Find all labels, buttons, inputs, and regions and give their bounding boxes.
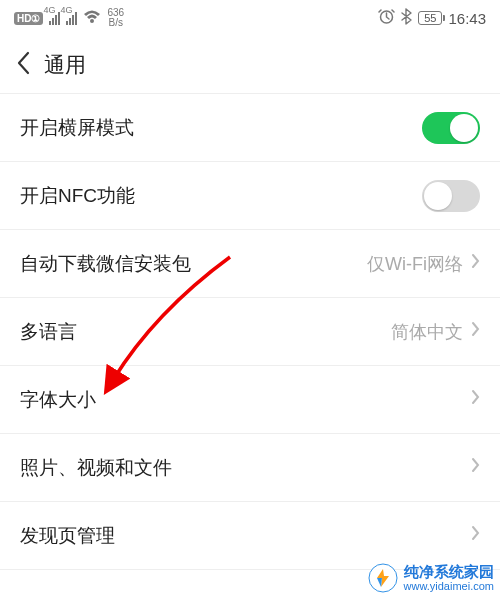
clock-time: 16:43 bbox=[448, 10, 486, 27]
chevron-right-icon bbox=[471, 389, 480, 410]
network-rate: 636 B/s bbox=[107, 8, 124, 28]
row-discover-management[interactable]: 发现页管理 bbox=[0, 502, 500, 570]
bluetooth-icon bbox=[401, 8, 412, 28]
signal-1: 4G bbox=[49, 12, 60, 25]
row-language[interactable]: 多语言 简体中文 bbox=[0, 298, 500, 366]
landscape-toggle[interactable] bbox=[422, 112, 480, 144]
chevron-right-icon bbox=[471, 525, 480, 546]
row-nfc[interactable]: 开启NFC功能 bbox=[0, 162, 500, 230]
watermark: 纯净系统家园 www.yidaimei.com bbox=[368, 563, 494, 593]
page-title: 通用 bbox=[44, 51, 86, 79]
watermark-logo-icon bbox=[368, 563, 398, 593]
row-label: 照片、视频和文件 bbox=[20, 455, 172, 481]
row-value: 仅Wi-Fi网络 bbox=[367, 252, 463, 276]
page-header: 通用 bbox=[0, 36, 500, 94]
status-right: 55 16:43 bbox=[378, 8, 486, 28]
row-value: 简体中文 bbox=[391, 320, 463, 344]
row-autodownload[interactable]: 自动下载微信安装包 仅Wi-Fi网络 bbox=[0, 230, 500, 298]
row-media-files[interactable]: 照片、视频和文件 bbox=[0, 434, 500, 502]
back-button[interactable] bbox=[16, 51, 30, 79]
chevron-right-icon bbox=[471, 457, 480, 478]
signal-label: 4G bbox=[43, 5, 55, 15]
watermark-url: www.yidaimei.com bbox=[404, 580, 494, 592]
status-bar: HD① 4G 4G 636 B/s 55 16:43 bbox=[0, 0, 500, 36]
alarm-icon bbox=[378, 8, 395, 28]
signal-2: 4G bbox=[66, 12, 77, 25]
nfc-toggle[interactable] bbox=[422, 180, 480, 212]
row-label: 开启NFC功能 bbox=[20, 183, 135, 209]
hd-badge: HD① bbox=[14, 12, 43, 25]
row-label: 发现页管理 bbox=[20, 523, 115, 549]
row-label: 自动下载微信安装包 bbox=[20, 251, 191, 277]
battery-level: 55 bbox=[418, 11, 442, 25]
row-landscape-mode[interactable]: 开启横屏模式 bbox=[0, 94, 500, 162]
net-rate-unit: B/s bbox=[107, 18, 124, 28]
row-label: 字体大小 bbox=[20, 387, 96, 413]
signal-label-2: 4G bbox=[60, 5, 72, 15]
wifi-icon bbox=[83, 10, 101, 27]
settings-list: 开启横屏模式 开启NFC功能 自动下载微信安装包 仅Wi-Fi网络 多语言 简体… bbox=[0, 94, 500, 570]
watermark-brand: 纯净系统家园 bbox=[404, 564, 494, 580]
row-font-size[interactable]: 字体大小 bbox=[0, 366, 500, 434]
chevron-right-icon bbox=[471, 321, 480, 342]
row-label: 多语言 bbox=[20, 319, 77, 345]
chevron-right-icon bbox=[471, 253, 480, 274]
status-left: HD① 4G 4G 636 B/s bbox=[14, 8, 124, 28]
row-label: 开启横屏模式 bbox=[20, 115, 134, 141]
